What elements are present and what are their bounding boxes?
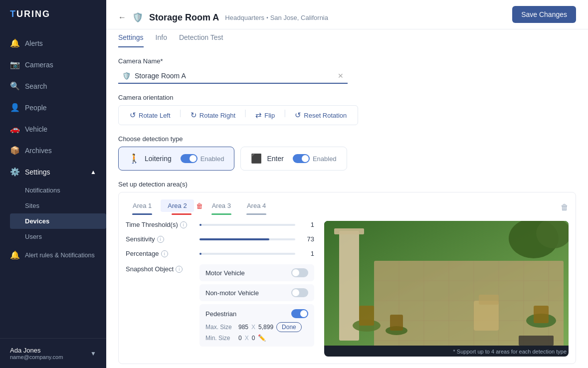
orientation-buttons: ↺ Rotate Left | ↻ Rotate Right | ⇄ Flip … <box>118 105 358 125</box>
sidebar-item-vehicle[interactable]: 🚗 Vehicle <box>0 118 106 140</box>
detection-settings: Time Threshold(s) i 1 Sen <box>126 221 314 357</box>
snapshot-object-label: Snapshot Object i <box>126 264 196 273</box>
chevron-down-icon[interactable]: ▼ <box>90 350 96 357</box>
camera-name-icon: 🛡️ <box>122 72 131 80</box>
back-button[interactable]: ← <box>118 13 126 22</box>
svg-rect-25 <box>519 336 554 346</box>
settings-submenu: Notifications Sites Devices Users <box>0 183 106 244</box>
area-tab-1[interactable]: Area 1 <box>126 199 159 212</box>
enter-toggle-wrap: Enabled <box>293 154 337 163</box>
pedestrian-row: Pedestrian <box>205 309 308 318</box>
motor-vehicle-toggle[interactable] <box>291 268 308 277</box>
done-button[interactable]: Done <box>276 322 302 332</box>
svg-rect-18 <box>390 315 403 331</box>
enter-label: Enter <box>267 155 283 163</box>
sidebar-item-alerts[interactable]: 🔔 Alerts <box>0 32 106 54</box>
detection-card-enter[interactable]: ⬛ Enter Enabled <box>240 147 347 171</box>
percentage-label: Percentage i <box>126 250 196 257</box>
detection-body: Time Threshold(s) i 1 Sen <box>126 221 569 357</box>
sidebar-item-label: People <box>25 104 47 112</box>
pedestrian-section: Pedestrian Max. Size 985 X <box>199 304 314 347</box>
preview-svg <box>324 221 569 346</box>
enter-toggle-label: Enabled <box>313 155 337 163</box>
camera-icon: 📷 <box>10 60 19 69</box>
user-info: Ada Jones name@company.com <box>10 347 63 360</box>
area2-delete-icon[interactable]: 🗑 <box>196 202 203 210</box>
loitering-toggle-label: Enabled <box>200 155 224 163</box>
time-threshold-info-icon[interactable]: i <box>180 221 187 228</box>
area-tab-3[interactable]: Area 3 <box>205 199 238 212</box>
sidebar-footer: Ada Jones name@company.com ▼ <box>0 338 106 368</box>
reset-rotation-icon: ↺ <box>295 111 301 120</box>
reset-rotation-button[interactable]: ↺ Reset Rotation <box>290 109 352 122</box>
logo: TURING <box>0 0 106 28</box>
min-size-width: 0 <box>238 335 242 342</box>
sensitivity-row: Sensitivity i 73 <box>126 235 314 243</box>
area-tab-2[interactable]: Area 2 <box>161 199 194 212</box>
tab-detection-test[interactable]: Detection Test <box>179 33 223 47</box>
sidebar-item-archives[interactable]: 📦 Archives <box>0 140 106 161</box>
max-size-label: Max. Size <box>205 324 235 331</box>
svg-rect-16 <box>359 306 374 326</box>
detection-area-label: Set up detection area(s) <box>118 181 576 188</box>
pedestrian-label: Pedestrian <box>205 310 236 318</box>
detection-card-loitering[interactable]: 🚶 Loitering Enabled <box>118 147 234 171</box>
rotate-left-icon: ↺ <box>130 111 136 120</box>
percentage-slider: 1 <box>199 250 314 257</box>
bell-icon: 🔔 <box>10 38 19 48</box>
rotate-left-button[interactable]: ↺ Rotate Left <box>125 109 176 122</box>
percentage-info-icon[interactable]: i <box>161 250 168 257</box>
pedestrian-toggle[interactable] <box>291 309 308 318</box>
sidebar-item-notifications[interactable]: Notifications <box>25 183 106 198</box>
sidebar-item-users[interactable]: Users <box>25 229 106 244</box>
settings-content: Camera Name* 🛡️ ✕ Camera orientation ↺ R… <box>106 47 588 368</box>
svg-rect-24 <box>479 295 499 305</box>
svg-rect-20 <box>534 306 549 323</box>
area-tab-4[interactable]: Area 4 <box>240 199 273 212</box>
edit-min-size-icon[interactable]: ✏️ <box>258 334 266 342</box>
breadcrumb-separator: • <box>266 15 268 20</box>
sidebar-item-alert-rules[interactable]: 🔔 Alert rules & Notifications <box>0 244 106 266</box>
tab-settings[interactable]: Settings <box>118 33 144 47</box>
sidebar-item-devices[interactable]: Devices <box>10 213 106 229</box>
sidebar-item-cameras[interactable]: 📷 Cameras <box>0 54 106 75</box>
area-tabs: Area 1 Area 2 🗑 Area 3 <box>126 199 273 215</box>
snapshot-info-icon[interactable]: i <box>176 266 183 273</box>
camera-name-label: Camera Name* <box>118 57 576 65</box>
clear-camera-name-button[interactable]: ✕ <box>338 72 344 80</box>
sidebar-item-settings[interactable]: ⚙️ Settings ▲ <box>0 161 106 183</box>
rotate-right-icon: ↻ <box>191 111 197 120</box>
sidebar-item-people[interactable]: 👤 People <box>0 97 106 118</box>
enter-toggle[interactable] <box>293 154 310 163</box>
flip-icon: ⇄ <box>255 111 262 120</box>
sensitivity-info-icon[interactable]: i <box>157 236 164 243</box>
save-changes-button[interactable]: Save Changes <box>512 6 576 23</box>
loitering-toggle[interactable] <box>181 154 197 163</box>
camera-name-input[interactable] <box>135 72 334 80</box>
delete-area-button[interactable]: 🗑 <box>561 203 569 212</box>
non-motor-vehicle-label: Non-motor Vehicle <box>205 289 259 297</box>
alert-rules-icon: 🔔 <box>10 250 19 260</box>
motor-vehicle-row: Motor Vehicle <box>199 264 314 281</box>
sidebar-item-search[interactable]: 🔍 Search <box>0 75 106 97</box>
loitering-toggle-wrap: Enabled <box>181 154 224 163</box>
camera-name-field: 🛡️ ✕ <box>118 69 348 84</box>
sidebar-item-label: Alerts <box>25 39 43 47</box>
topbar: ← 🛡️ Storage Room A Headquarters • San J… <box>106 0 588 29</box>
min-size-x: X <box>245 335 249 342</box>
percentage-row: Percentage i 1 <box>126 250 314 257</box>
sidebar-item-sites[interactable]: Sites <box>25 198 106 213</box>
min-size-height: 0 <box>252 335 255 342</box>
svg-rect-14 <box>334 228 364 234</box>
sidebar: TURING 🔔 Alerts 📷 Cameras 🔍 Search 👤 Peo… <box>0 0 106 368</box>
flip-button[interactable]: ⇄ Flip <box>250 109 280 122</box>
max-size-height: 5,899 <box>258 324 273 331</box>
non-motor-vehicle-toggle[interactable] <box>291 288 308 297</box>
time-threshold-row: Time Threshold(s) i 1 <box>126 221 314 228</box>
tab-info[interactable]: Info <box>156 33 167 47</box>
rotate-right-button[interactable]: ↻ Rotate Right <box>186 109 240 122</box>
loitering-label: Loitering <box>145 155 172 163</box>
detection-type-label: Choose detection type <box>118 135 576 143</box>
camera-shield-icon: 🛡️ <box>132 12 143 23</box>
archives-icon: 📦 <box>10 146 19 155</box>
